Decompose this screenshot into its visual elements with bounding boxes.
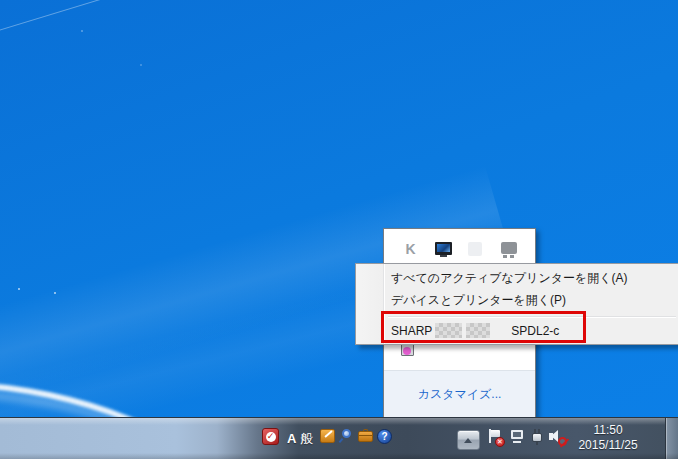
printer-ink-icon <box>403 347 411 355</box>
action-center-icon[interactable]: ✕ <box>487 429 503 446</box>
redacted-block <box>435 323 462 338</box>
redacted-block <box>466 323 490 338</box>
clock-time: 11:50 <box>565 423 651 438</box>
wallpaper-streak <box>0 0 113 34</box>
computer-icon <box>511 430 523 439</box>
menu-item-open-active-printers[interactable]: すべてのアクティブなプリンターを開く(A) <box>386 268 676 289</box>
device-tray-icon[interactable] <box>501 241 518 258</box>
wallpaper-sparkle <box>54 292 56 294</box>
computer-base <box>513 441 521 443</box>
power-plug-icon[interactable] <box>530 429 544 445</box>
speaker-cone <box>551 430 558 442</box>
inactive-tray-icon[interactable] <box>468 241 485 258</box>
taskbar: ✓ A 般 ? CAPS KANA ✕ 11:50 <box>0 417 678 459</box>
show-desktop-button[interactable] <box>665 418 678 459</box>
printer-name-prefix: SHARP <box>391 324 432 338</box>
plug-cord <box>536 442 538 445</box>
check-icon: ✓ <box>263 429 278 444</box>
ime-conversion-mode-button[interactable]: 般 <box>300 430 313 448</box>
network-status-icon[interactable] <box>509 430 525 445</box>
device-icon <box>501 242 517 254</box>
context-menu-gutter <box>356 264 384 344</box>
show-hidden-icons-button[interactable] <box>457 430 480 450</box>
toolbox-handle <box>363 429 368 432</box>
menu-item-open-devices-printers[interactable]: デバイスとプリンターを開く(P) <box>386 290 676 311</box>
printer-name-suffix: SPDL2-c <box>511 324 559 338</box>
wallpaper-sparkle <box>18 288 20 290</box>
tray-overflow-icon-row: K <box>384 241 535 258</box>
flag-icon <box>491 430 500 437</box>
magnifier-icon <box>342 429 351 438</box>
wallpaper-sparkle <box>81 30 83 32</box>
ime-tools-icon[interactable] <box>358 431 373 442</box>
customize-link[interactable]: カスタマイズ... <box>418 386 502 403</box>
faded-app-icon <box>468 242 482 256</box>
printer-status-tray-icon[interactable] <box>401 344 414 356</box>
magnifier-handle <box>339 438 344 443</box>
clock-date: 2015/11/25 <box>565 438 651 453</box>
pen-icon <box>324 430 332 437</box>
printer-context-menu: すべてのアクティブなプリンターを開く(A) デバイスとプリンターを開く(P) S… <box>355 263 678 345</box>
ime-help-icon[interactable]: ? <box>377 429 392 444</box>
ime-word-register-icon[interactable] <box>320 429 335 443</box>
chevron-up-icon <box>464 438 472 443</box>
wallpaper-sparkle <box>140 64 142 66</box>
antivirus-tray-icon[interactable]: ✓ <box>262 428 279 445</box>
desktop-wallpaper <box>0 0 678 459</box>
tray-customize-bar: カスタマイズ... <box>384 370 535 417</box>
error-badge-icon: ✕ <box>495 437 505 447</box>
toolbox-lid <box>359 435 372 436</box>
ime-input-mode-button[interactable]: A <box>287 430 296 448</box>
monitor-icon <box>435 242 452 255</box>
taskbar-clock[interactable]: 11:50 2015/11/25 <box>565 423 651 455</box>
display-adapter-tray-icon[interactable] <box>435 241 452 258</box>
menu-item-sharp-printer[interactable]: SHARPSPDL2-c <box>386 318 676 344</box>
ime-pad-icon[interactable] <box>339 429 354 444</box>
antivirus-k-tray-icon[interactable]: K <box>402 241 419 258</box>
plug-body <box>532 433 542 442</box>
